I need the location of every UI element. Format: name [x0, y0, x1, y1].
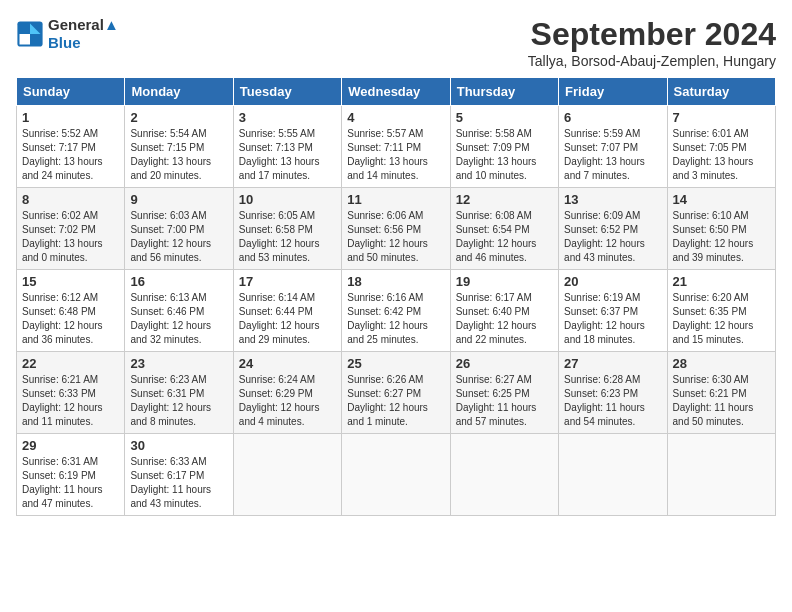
col-sunday: Sunday	[17, 78, 125, 106]
col-wednesday: Wednesday	[342, 78, 450, 106]
page-header: General▲ Blue September 2024 Tallya, Bor…	[16, 16, 776, 69]
month-title: September 2024	[528, 16, 776, 53]
day-detail: Sunrise: 5:54 AMSunset: 7:15 PMDaylight:…	[130, 128, 211, 181]
calendar-cell: 18Sunrise: 6:16 AMSunset: 6:42 PMDayligh…	[342, 270, 450, 352]
calendar-cell: 2Sunrise: 5:54 AMSunset: 7:15 PMDaylight…	[125, 106, 233, 188]
calendar-cell	[450, 434, 558, 516]
calendar-cell: 21Sunrise: 6:20 AMSunset: 6:35 PMDayligh…	[667, 270, 775, 352]
calendar-week-row: 29Sunrise: 6:31 AMSunset: 6:19 PMDayligh…	[17, 434, 776, 516]
col-monday: Monday	[125, 78, 233, 106]
day-detail: Sunrise: 6:02 AMSunset: 7:02 PMDaylight:…	[22, 210, 103, 263]
day-detail: Sunrise: 5:55 AMSunset: 7:13 PMDaylight:…	[239, 128, 320, 181]
col-friday: Friday	[559, 78, 667, 106]
day-detail: Sunrise: 6:24 AMSunset: 6:29 PMDaylight:…	[239, 374, 320, 427]
day-number: 10	[239, 192, 336, 207]
calendar-table: Sunday Monday Tuesday Wednesday Thursday…	[16, 77, 776, 516]
day-detail: Sunrise: 6:17 AMSunset: 6:40 PMDaylight:…	[456, 292, 537, 345]
day-detail: Sunrise: 6:03 AMSunset: 7:00 PMDaylight:…	[130, 210, 211, 263]
calendar-cell: 27Sunrise: 6:28 AMSunset: 6:23 PMDayligh…	[559, 352, 667, 434]
day-number: 2	[130, 110, 227, 125]
col-saturday: Saturday	[667, 78, 775, 106]
logo: General▲ Blue	[16, 16, 119, 52]
day-detail: Sunrise: 6:05 AMSunset: 6:58 PMDaylight:…	[239, 210, 320, 263]
calendar-cell: 14Sunrise: 6:10 AMSunset: 6:50 PMDayligh…	[667, 188, 775, 270]
calendar-cell: 29Sunrise: 6:31 AMSunset: 6:19 PMDayligh…	[17, 434, 125, 516]
calendar-cell: 16Sunrise: 6:13 AMSunset: 6:46 PMDayligh…	[125, 270, 233, 352]
day-number: 17	[239, 274, 336, 289]
calendar-cell: 9Sunrise: 6:03 AMSunset: 7:00 PMDaylight…	[125, 188, 233, 270]
day-detail: Sunrise: 6:23 AMSunset: 6:31 PMDaylight:…	[130, 374, 211, 427]
svg-marker-3	[20, 34, 31, 45]
calendar-cell: 20Sunrise: 6:19 AMSunset: 6:37 PMDayligh…	[559, 270, 667, 352]
logo-text: General▲ Blue	[48, 16, 119, 52]
day-detail: Sunrise: 6:13 AMSunset: 6:46 PMDaylight:…	[130, 292, 211, 345]
calendar-cell: 15Sunrise: 6:12 AMSunset: 6:48 PMDayligh…	[17, 270, 125, 352]
day-number: 24	[239, 356, 336, 371]
day-number: 18	[347, 274, 444, 289]
day-detail: Sunrise: 5:58 AMSunset: 7:09 PMDaylight:…	[456, 128, 537, 181]
day-number: 30	[130, 438, 227, 453]
calendar-cell: 19Sunrise: 6:17 AMSunset: 6:40 PMDayligh…	[450, 270, 558, 352]
day-detail: Sunrise: 6:28 AMSunset: 6:23 PMDaylight:…	[564, 374, 645, 427]
logo-icon	[16, 20, 44, 48]
day-number: 14	[673, 192, 770, 207]
day-number: 15	[22, 274, 119, 289]
day-number: 22	[22, 356, 119, 371]
calendar-cell	[559, 434, 667, 516]
day-detail: Sunrise: 6:21 AMSunset: 6:33 PMDaylight:…	[22, 374, 103, 427]
day-detail: Sunrise: 6:08 AMSunset: 6:54 PMDaylight:…	[456, 210, 537, 263]
col-thursday: Thursday	[450, 78, 558, 106]
location: Tallya, Borsod-Abauj-Zemplen, Hungary	[528, 53, 776, 69]
day-number: 11	[347, 192, 444, 207]
day-number: 20	[564, 274, 661, 289]
day-detail: Sunrise: 6:06 AMSunset: 6:56 PMDaylight:…	[347, 210, 428, 263]
header-row: Sunday Monday Tuesday Wednesday Thursday…	[17, 78, 776, 106]
day-detail: Sunrise: 6:27 AMSunset: 6:25 PMDaylight:…	[456, 374, 537, 427]
day-number: 3	[239, 110, 336, 125]
day-number: 8	[22, 192, 119, 207]
calendar-week-row: 15Sunrise: 6:12 AMSunset: 6:48 PMDayligh…	[17, 270, 776, 352]
calendar-cell: 11Sunrise: 6:06 AMSunset: 6:56 PMDayligh…	[342, 188, 450, 270]
calendar-cell: 30Sunrise: 6:33 AMSunset: 6:17 PMDayligh…	[125, 434, 233, 516]
calendar-cell: 7Sunrise: 6:01 AMSunset: 7:05 PMDaylight…	[667, 106, 775, 188]
day-detail: Sunrise: 6:09 AMSunset: 6:52 PMDaylight:…	[564, 210, 645, 263]
day-detail: Sunrise: 6:14 AMSunset: 6:44 PMDaylight:…	[239, 292, 320, 345]
calendar-cell: 4Sunrise: 5:57 AMSunset: 7:11 PMDaylight…	[342, 106, 450, 188]
day-detail: Sunrise: 6:12 AMSunset: 6:48 PMDaylight:…	[22, 292, 103, 345]
day-number: 6	[564, 110, 661, 125]
calendar-cell: 22Sunrise: 6:21 AMSunset: 6:33 PMDayligh…	[17, 352, 125, 434]
day-number: 7	[673, 110, 770, 125]
title-block: September 2024 Tallya, Borsod-Abauj-Zemp…	[528, 16, 776, 69]
day-number: 26	[456, 356, 553, 371]
svg-marker-2	[30, 34, 41, 45]
calendar-cell: 8Sunrise: 6:02 AMSunset: 7:02 PMDaylight…	[17, 188, 125, 270]
calendar-cell: 24Sunrise: 6:24 AMSunset: 6:29 PMDayligh…	[233, 352, 341, 434]
calendar-cell: 1Sunrise: 5:52 AMSunset: 7:17 PMDaylight…	[17, 106, 125, 188]
calendar-week-row: 8Sunrise: 6:02 AMSunset: 7:02 PMDaylight…	[17, 188, 776, 270]
calendar-cell: 26Sunrise: 6:27 AMSunset: 6:25 PMDayligh…	[450, 352, 558, 434]
day-number: 25	[347, 356, 444, 371]
day-detail: Sunrise: 6:31 AMSunset: 6:19 PMDaylight:…	[22, 456, 103, 509]
calendar-cell: 3Sunrise: 5:55 AMSunset: 7:13 PMDaylight…	[233, 106, 341, 188]
calendar-cell: 25Sunrise: 6:26 AMSunset: 6:27 PMDayligh…	[342, 352, 450, 434]
day-detail: Sunrise: 5:59 AMSunset: 7:07 PMDaylight:…	[564, 128, 645, 181]
calendar-cell: 10Sunrise: 6:05 AMSunset: 6:58 PMDayligh…	[233, 188, 341, 270]
day-detail: Sunrise: 5:52 AMSunset: 7:17 PMDaylight:…	[22, 128, 103, 181]
day-number: 12	[456, 192, 553, 207]
day-number: 13	[564, 192, 661, 207]
day-detail: Sunrise: 5:57 AMSunset: 7:11 PMDaylight:…	[347, 128, 428, 181]
day-detail: Sunrise: 6:01 AMSunset: 7:05 PMDaylight:…	[673, 128, 754, 181]
day-number: 19	[456, 274, 553, 289]
calendar-cell: 23Sunrise: 6:23 AMSunset: 6:31 PMDayligh…	[125, 352, 233, 434]
calendar-cell	[667, 434, 775, 516]
col-tuesday: Tuesday	[233, 78, 341, 106]
day-number: 9	[130, 192, 227, 207]
day-detail: Sunrise: 6:19 AMSunset: 6:37 PMDaylight:…	[564, 292, 645, 345]
day-number: 16	[130, 274, 227, 289]
calendar-cell: 5Sunrise: 5:58 AMSunset: 7:09 PMDaylight…	[450, 106, 558, 188]
day-detail: Sunrise: 6:30 AMSunset: 6:21 PMDaylight:…	[673, 374, 754, 427]
day-number: 21	[673, 274, 770, 289]
day-detail: Sunrise: 6:16 AMSunset: 6:42 PMDaylight:…	[347, 292, 428, 345]
calendar-week-row: 1Sunrise: 5:52 AMSunset: 7:17 PMDaylight…	[17, 106, 776, 188]
calendar-cell: 6Sunrise: 5:59 AMSunset: 7:07 PMDaylight…	[559, 106, 667, 188]
